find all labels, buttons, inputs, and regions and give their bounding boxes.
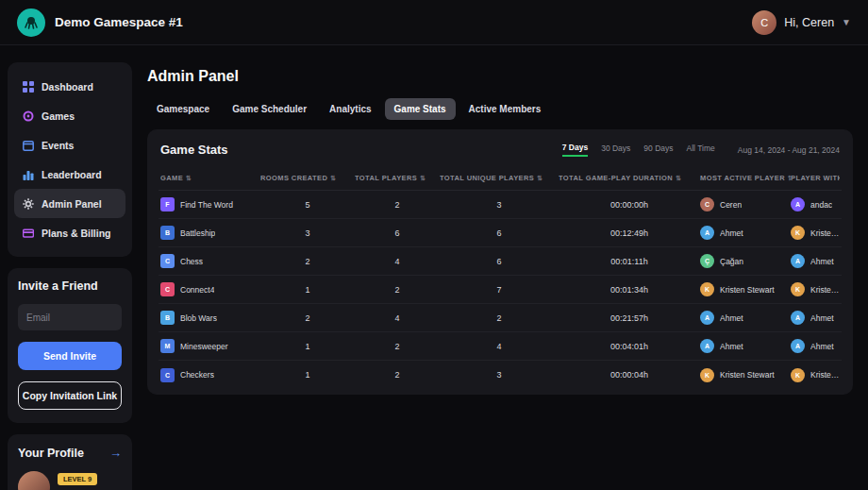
player-name: Kristen Stewart (810, 285, 840, 295)
player-avatar: K (700, 282, 714, 296)
game-icon: C (160, 254, 175, 268)
game-name: Checkers (180, 370, 214, 380)
duration-value: 00:21:57h (559, 313, 700, 323)
rooms-created-value: 1 (260, 370, 355, 380)
total-unique-players-value: 6 (440, 257, 559, 266)
column-header[interactable]: TOTAL PLAYERS ⇅ (355, 174, 440, 182)
profile-avatar (18, 471, 50, 490)
range-7-days[interactable]: 7 Days (562, 143, 588, 157)
column-header[interactable]: MOST ACTIVE PLAYER ⇅ (700, 174, 791, 182)
tab-active-members[interactable]: Active Members (459, 98, 551, 120)
tab-gamespace[interactable]: Gamespace (147, 98, 219, 120)
table-row: F Find The Word 5 2 3 00:00:00h C Ceren … (159, 191, 842, 219)
copy-invitation-link-button[interactable]: Copy Invitation Link (18, 381, 122, 410)
most-active-player-cell: A Ahmet (700, 226, 791, 240)
sidebar-item-admin-panel[interactable]: Admin Panel (14, 189, 125, 218)
game-cell: M Minesweeper (160, 339, 260, 353)
games-icon (22, 110, 34, 122)
sidebar-item-label: Events (42, 140, 74, 151)
tab-game-stats[interactable]: Game Stats (385, 98, 456, 120)
total-unique-players-value: 4 (440, 342, 559, 351)
game-icon: M (160, 339, 175, 353)
send-invite-button[interactable]: Send Invite (18, 342, 122, 370)
player-avatar: Ç (700, 254, 714, 268)
game-icon: F (160, 197, 175, 211)
player-avatar: A (791, 254, 805, 268)
profile-arrow-icon[interactable]: → (109, 446, 122, 460)
invite-title: Invite a Friend (18, 279, 122, 293)
player-name: Ahmet (810, 342, 834, 351)
column-header-label: GAME (160, 174, 183, 182)
most-active-player-cell: A Ahmet (700, 339, 791, 353)
column-header-label: TOTAL UNIQUE PLAYERS (440, 174, 534, 182)
table-row: B Blob Wars 2 4 2 00:21:57h A Ahmet A (159, 304, 842, 332)
table-header: GAME ⇅ ROOMS CREATED ⇅ TOTAL PLAYERS ⇅ (159, 166, 842, 191)
dashboard-icon (22, 80, 34, 93)
total-players-value: 2 (355, 285, 440, 295)
invite-email-input[interactable] (18, 304, 122, 330)
column-header[interactable]: TOTAL UNIQUE PLAYERS ⇅ (440, 174, 559, 182)
player-avatar: K (791, 282, 805, 296)
user-menu[interactable]: C Hi, Ceren ▼ (752, 10, 851, 35)
total-players-value: 2 (355, 370, 440, 380)
player-name: andac (810, 200, 832, 210)
player-most-xp-cell: A Ahmet (791, 254, 840, 268)
player-avatar: C (700, 197, 714, 211)
page-layout: Dashboard Games Events Leaderboard (0, 45, 868, 490)
leaderboard-icon (22, 168, 34, 180)
player-avatar: K (700, 368, 714, 382)
table-row: M Minesweeper 1 2 4 00:04:01h A Ahmet A (159, 332, 842, 361)
range-30-days[interactable]: 30 Days (601, 144, 630, 156)
column-header[interactable]: ROOMS CREATED ⇅ (260, 174, 355, 182)
sidebar-item-label: Dashboard (42, 81, 93, 93)
column-header[interactable]: PLAYER WITH MOST XP ⇅ (791, 174, 840, 182)
player-avatar: A (791, 311, 805, 325)
column-header[interactable]: TOTAL GAME-PLAY DURATION ⇅ (559, 174, 700, 182)
sidebar-item-events[interactable]: Events (14, 130, 125, 160)
most-active-player-cell: K Kristen Stewart (700, 282, 791, 296)
column-header-label: MOST ACTIVE PLAYER (700, 174, 785, 182)
game-stats-card: Game Stats 7 Days 30 Days 90 Days All Ti… (147, 129, 853, 395)
app-logo-icon[interactable] (17, 8, 45, 37)
range-90-days[interactable]: 90 Days (643, 144, 673, 156)
brand: Demo Gamespace #1 (17, 8, 183, 37)
table-row: C Connect4 1 2 7 00:01:34h K Kristen Ste… (159, 276, 842, 304)
most-active-player-cell: K Kristen Stewart (700, 368, 791, 382)
topbar: Demo Gamespace #1 C Hi, Ceren ▼ (0, 0, 868, 45)
total-players-value: 4 (355, 257, 440, 266)
column-header[interactable]: GAME ⇅ (160, 174, 260, 182)
game-cell: C Connect4 (160, 282, 260, 296)
sort-icon: ⇅ (420, 175, 426, 182)
player-avatar: A (791, 339, 805, 353)
game-icon: B (160, 311, 175, 325)
sidebar-item-label: Leaderboard (42, 169, 102, 180)
player-most-xp-cell: A Ahmet (791, 339, 840, 353)
tab-game-scheduler[interactable]: Game Scheduler (223, 98, 316, 120)
sidebar-item-games[interactable]: Games (14, 101, 125, 130)
player-most-xp-cell: K Kristen Stewart (791, 226, 840, 240)
game-cell: B Blob Wars (160, 311, 260, 325)
sort-icon: ⇅ (676, 175, 681, 182)
sort-icon: ⇅ (330, 175, 336, 182)
sidebar-item-dashboard[interactable]: Dashboard (14, 72, 125, 101)
most-active-player-cell: C Ceren (700, 197, 791, 211)
tab-analytics[interactable]: Analytics (320, 98, 380, 120)
sidebar-nav: Dashboard Games Events Leaderboard (8, 62, 132, 257)
main-content: Admin Panel Gamespace Game Scheduler Ana… (147, 55, 853, 490)
profile-title: Your Profile (18, 447, 84, 460)
sidebar-item-plans-billing[interactable]: Plans & Billing (14, 218, 125, 247)
game-icon: C (160, 368, 175, 382)
game-name: Connect4 (180, 285, 214, 295)
table-row: B Battleship 3 6 6 00:12:49h A Ahmet K (159, 219, 842, 247)
game-name: Blob Wars (180, 313, 217, 323)
game-icon: C (160, 282, 175, 296)
range-all-time[interactable]: All Time (687, 144, 715, 156)
player-most-xp-cell: K Kristen Stewart (791, 368, 840, 382)
sidebar-item-label: Games (42, 110, 75, 122)
range-filters: 7 Days 30 Days 90 Days All Time Aug 14, … (562, 143, 840, 157)
duration-value: 00:04:01h (559, 342, 700, 351)
duration-value: 00:00:00h (559, 200, 700, 210)
sidebar-item-leaderboard[interactable]: Leaderboard (14, 160, 125, 189)
game-name: Battleship (180, 228, 215, 238)
game-stats-header: Game Stats 7 Days 30 Days 90 Days All Ti… (159, 141, 842, 166)
